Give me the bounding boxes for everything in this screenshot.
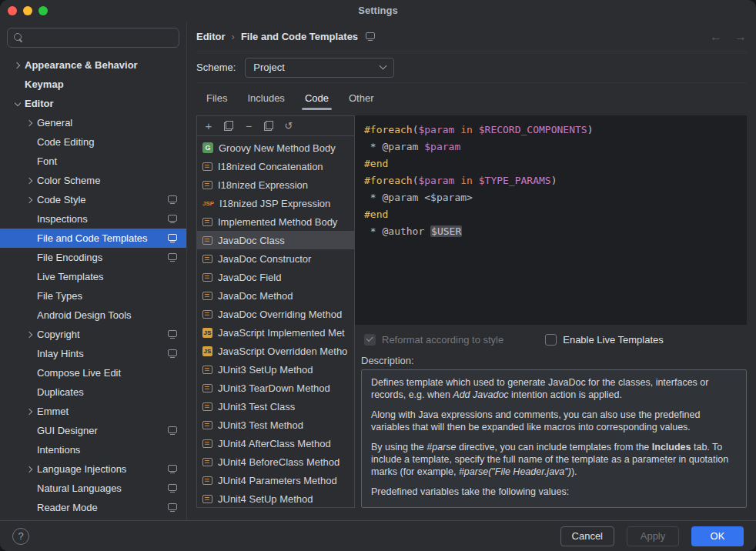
sidebar-item-label: Reader Mode xyxy=(37,502,168,513)
template-item-javadoc-class[interactable]: JavaDoc Class xyxy=(197,231,354,249)
template-editor[interactable]: #foreach($param in $RECORD_COMPONENTS) *… xyxy=(355,115,747,325)
reformat-option: Reformat according to style xyxy=(364,334,503,346)
tab-code[interactable]: Code xyxy=(295,83,339,112)
template-item-i18nized-expression[interactable]: I18nized Expression xyxy=(197,175,354,194)
chevron-right-icon[interactable] xyxy=(23,198,37,202)
sidebar-item-compose-live-edit[interactable]: Compose Live Edit xyxy=(0,363,186,382)
remove-template-icon[interactable] xyxy=(243,121,254,132)
chevron-down-icon xyxy=(380,62,387,70)
chevron-right-icon[interactable] xyxy=(11,63,25,68)
chevron-right-icon[interactable] xyxy=(23,467,37,472)
sidebar-item-code-style[interactable]: Code Style xyxy=(0,190,186,209)
sidebar-item-copyright[interactable]: Copyright xyxy=(0,325,186,344)
tabs: FilesIncludesCodeOther xyxy=(196,83,747,112)
sidebar-item-reader-mode[interactable]: Reader Mode xyxy=(0,498,186,517)
cancel-button[interactable]: Cancel xyxy=(560,526,614,546)
sidebar-item-editor[interactable]: Editor xyxy=(0,94,186,113)
chevron-right-icon[interactable] xyxy=(23,332,37,337)
sidebar-item-keymap[interactable]: Keymap xyxy=(0,75,186,94)
monitor-icon xyxy=(168,215,177,222)
code-line: * @author $USER xyxy=(364,223,738,240)
template-item-i18nized-concatenation[interactable]: I18nized Concatenation xyxy=(197,157,354,175)
chevron-right-icon[interactable] xyxy=(23,121,37,125)
settings-tree: Appearance & BehaviorKeymapEditorGeneral… xyxy=(0,55,186,517)
template-file-icon xyxy=(202,402,212,411)
template-file-icon xyxy=(202,421,212,429)
zoom-window-button[interactable] xyxy=(38,6,48,15)
sidebar-item-general[interactable]: General xyxy=(0,113,186,132)
chevron-right-icon[interactable] xyxy=(23,409,37,414)
sidebar-item-android-design-tools[interactable]: Android Design Tools xyxy=(0,306,186,325)
template-item-junit4-beforeclass-method[interactable]: JUnit4 BeforeClass Method xyxy=(197,452,354,471)
groovy-file-icon: G xyxy=(202,142,213,153)
sidebar-item-duplicates[interactable]: Duplicates xyxy=(0,382,186,402)
sidebar-item-gui-designer[interactable]: GUI Designer xyxy=(0,421,186,440)
sidebar-item-label: File Types xyxy=(37,290,186,302)
template-item-junit3-setup-method[interactable]: JUnit3 SetUp Method xyxy=(197,360,354,379)
sidebar-item-label: Natural Languages xyxy=(37,483,168,494)
sidebar-item-inlay-hints[interactable]: Inlay Hints xyxy=(0,344,186,363)
search-input[interactable] xyxy=(7,28,179,48)
sidebar-item-color-scheme[interactable]: Color Scheme xyxy=(0,171,186,190)
template-file-icon xyxy=(202,384,212,392)
template-item-javadoc-overriding-method[interactable]: JavaDoc Overriding Method xyxy=(197,305,354,323)
reformat-checkbox xyxy=(364,334,376,346)
sidebar-item-file-encodings[interactable]: File Encodings xyxy=(0,248,186,267)
sidebar-item-emmet[interactable]: Emmet xyxy=(0,402,186,421)
sidebar-item-language-injections[interactable]: Language Injections xyxy=(0,459,186,479)
template-item-javadoc-method[interactable]: JavaDoc Method xyxy=(197,286,354,305)
sidebar-item-natural-languages[interactable]: Natural Languages xyxy=(0,479,186,498)
sidebar-item-code-editing[interactable]: Code Editing xyxy=(0,132,186,152)
chevron-down-icon[interactable] xyxy=(11,102,25,105)
template-item-junit3-test-method[interactable]: JUnit3 Test Method xyxy=(197,416,354,434)
template-file-icon xyxy=(202,310,212,319)
template-item-javadoc-field[interactable]: JavaDoc Field xyxy=(197,268,354,286)
template-item-junit3-teardown-method[interactable]: JUnit3 TearDown Method xyxy=(197,379,354,397)
sidebar-item-appearance-behavior[interactable]: Appearance & Behavior xyxy=(0,55,186,75)
template-item-junit4-afterclass-method[interactable]: JUnit4 AfterClass Method xyxy=(197,434,354,452)
tab-includes[interactable]: Includes xyxy=(237,83,294,112)
chevron-right-icon[interactable] xyxy=(23,179,37,183)
add-template-icon[interactable] xyxy=(203,121,214,132)
monitor-icon xyxy=(168,349,177,356)
template-item-javascript-implemented-met[interactable]: JSJavaScript Implemented Met xyxy=(197,323,354,342)
search-icon xyxy=(14,33,23,42)
sidebar-item-label: Compose Live Edit xyxy=(37,367,186,379)
live-templates-option[interactable]: Enable Live Templates xyxy=(545,334,664,346)
sidebar-item-label: Emmet xyxy=(37,406,186,417)
js-file-icon: JS xyxy=(202,346,212,356)
template-options: Reformat according to style Enable Live … xyxy=(364,331,747,348)
close-window-button[interactable] xyxy=(8,6,17,15)
help-button[interactable]: ? xyxy=(12,528,29,545)
code-line: #end xyxy=(364,155,738,172)
template-item-junit4-setup-method[interactable]: JUnit4 SetUp Method xyxy=(197,489,354,507)
live-templates-checkbox[interactable] xyxy=(545,334,557,346)
monitor-icon xyxy=(168,465,177,472)
template-item-groovy-new-method-body[interactable]: GGroovy New Method Body xyxy=(197,139,354,157)
template-file-icon xyxy=(202,273,212,282)
tab-files[interactable]: Files xyxy=(196,83,237,112)
template-file-icon xyxy=(202,218,212,226)
template-item-junit4-parameters-method[interactable]: JUnit4 Parameters Method xyxy=(197,471,354,489)
template-item-junit3-test-class[interactable]: JUnit3 Test Class xyxy=(197,397,354,416)
template-item-implemented-method-body[interactable]: Implemented Method Body xyxy=(197,212,354,231)
template-item-javascript-overridden-metho[interactable]: JSJavaScript Overridden Metho xyxy=(197,342,354,360)
sidebar-item-intentions[interactable]: Intentions xyxy=(0,440,186,459)
sidebar-item-label: Intentions xyxy=(37,444,186,456)
duplicate-template-icon[interactable] xyxy=(264,121,273,131)
sidebar-item-file-and-code-templates[interactable]: File and Code Templates xyxy=(0,229,186,248)
code-line: * @param $param xyxy=(364,139,738,155)
minimize-window-button[interactable] xyxy=(23,6,32,15)
sidebar-item-file-types[interactable]: File Types xyxy=(0,286,186,306)
ok-button[interactable]: OK xyxy=(691,526,744,546)
sidebar-item-inspections[interactable]: Inspections xyxy=(0,209,186,229)
sidebar-item-font[interactable]: Font xyxy=(0,152,186,171)
scheme-select[interactable]: Project xyxy=(245,58,394,78)
rollback-template-icon[interactable] xyxy=(283,121,294,132)
sidebar-item-live-templates[interactable]: Live Templates xyxy=(0,267,186,286)
tab-other[interactable]: Other xyxy=(339,83,384,112)
template-item-i18nized-jsp-expression[interactable]: JSPI18nized JSP Expression xyxy=(197,194,354,212)
template-item-javadoc-constructor[interactable]: JavaDoc Constructor xyxy=(197,249,354,268)
breadcrumb-item-editor[interactable]: Editor xyxy=(196,31,226,42)
copy-template-icon[interactable] xyxy=(224,121,233,131)
